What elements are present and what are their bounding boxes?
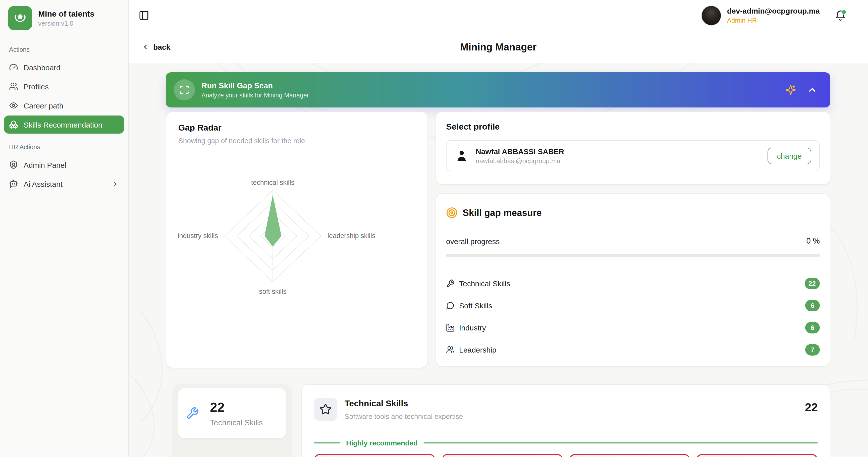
count-badge: 7 (805, 344, 820, 356)
skill-gap-measure-card: Skill gap measure overall progress 0 % (435, 193, 830, 367)
eye-icon (9, 101, 18, 110)
users-icon (9, 82, 18, 91)
summary-text: 22 Technical Skills (210, 399, 263, 427)
technical-skills-summary-card[interactable]: 22 Technical Skills (178, 388, 286, 438)
sparkles-icon (785, 85, 796, 95)
star-icon-box (314, 398, 337, 421)
measure-header: Skill gap measure (446, 207, 820, 219)
sidebar-item-career-path[interactable]: Career path (4, 96, 124, 115)
gauge-icon (9, 63, 18, 72)
back-label: back (153, 43, 170, 51)
message-circle-icon (446, 301, 455, 310)
recommended-skill-card[interactable] (696, 454, 818, 457)
target-icon (446, 207, 458, 219)
overall-progress-row: overall progress 0 % (446, 236, 820, 246)
skills-header-text: Technical Skills Software tools and tech… (345, 398, 463, 420)
sidebar: Mine of talents version v1.0 Actions Das… (0, 0, 129, 457)
select-profile-title: Select profile (446, 122, 820, 132)
sidebar-item-label: Skills Recommendation (24, 120, 102, 129)
notifications-button[interactable] (835, 10, 846, 21)
bot-message-icon (9, 179, 18, 188)
gap-radar-subtitle: Showing gap of needed skills for the rol… (178, 137, 415, 144)
shield-user-icon (9, 160, 18, 169)
laurel-star-icon (12, 10, 28, 26)
count-badge: 6 (805, 300, 820, 312)
chevron-right-icon (112, 180, 119, 188)
measure-row-leadership: Leadership 7 (446, 342, 820, 357)
sidebar-section-actions: Actions (4, 37, 124, 57)
category-summary-rail: 22 Technical Skills (172, 384, 292, 457)
sidebar-item-label: Ai Assistant (24, 179, 63, 188)
scan-icon-circle (174, 79, 195, 100)
users-icon (446, 346, 455, 354)
select-profile-card: Select profile Nawfal ABBASSI SABER nawf… (435, 111, 830, 185)
sidebar-item-label: Profiles (24, 82, 49, 91)
summary-count: 22 (210, 399, 263, 415)
sidebar-item-label: Admin Panel (24, 160, 66, 169)
svg-text:industry skills: industry skills (178, 232, 218, 239)
svg-text:technical skills: technical skills (251, 179, 294, 186)
gap-radar-title: Gap Radar (178, 123, 415, 133)
measure-title: Skill gap measure (463, 207, 542, 218)
app-window: Mine of talents version v1.0 Actions Das… (0, 0, 868, 457)
factory-icon (446, 323, 455, 332)
count-badge: 22 (804, 278, 820, 289)
page-bar: back Mining Manager (129, 31, 868, 63)
svg-text:leadership skills: leadership skills (328, 232, 375, 239)
banner-title: Run Skill Gap Scan (202, 81, 309, 90)
svg-text:soft skills: soft skills (259, 288, 286, 295)
divider-line (314, 443, 340, 444)
user-role-badge: Admin HR (727, 17, 820, 24)
divider-label: Highly recommended (346, 439, 418, 447)
banner-subtitle: Analyze your skills for Mining Manager (202, 92, 309, 99)
wrench-icon (186, 407, 199, 420)
banner-text: Run Skill Gap Scan Analyze your skills f… (202, 81, 309, 99)
measure-rows: Technical Skills 22 Soft Skills 6 (446, 276, 820, 357)
user-text: dev-admin@ocpgroup.ma Admin HR (727, 6, 820, 24)
skills-section-count: 22 (805, 401, 818, 414)
sidebar-item-admin-panel[interactable]: Admin Panel (4, 156, 124, 174)
recommended-skill-card[interactable] (441, 454, 563, 457)
measure-row-label: Soft Skills (459, 301, 492, 310)
person-icon (455, 149, 469, 163)
user-menu[interactable]: dev-admin@ocpgroup.ma Admin HR (702, 5, 820, 25)
page-title: Mining Manager (460, 41, 536, 53)
page-content: Run Skill Gap Scan Analyze your skills f… (129, 63, 868, 457)
sidebar-toggle-icon[interactable] (138, 10, 149, 21)
measure-row-label: Technical Skills (459, 279, 510, 288)
change-profile-button[interactable]: change (768, 148, 811, 164)
app-title: Mine of talents (38, 9, 94, 19)
progress-value: 0 % (806, 236, 820, 246)
skills-section-subtitle: Software tools and technical expertise (345, 412, 463, 420)
recommended-skill-card[interactable] (569, 454, 690, 457)
main-area: dev-admin@ocpgroup.ma Admin HR back Mini… (129, 0, 868, 457)
skills-section-title: Technical Skills (345, 399, 463, 409)
skill-gap-scan-banner[interactable]: Run Skill Gap Scan Analyze your skills f… (166, 72, 830, 107)
boxes-icon (9, 120, 18, 129)
technical-skills-section: Technical Skills Software tools and tech… (301, 384, 830, 457)
sidebar-item-profiles[interactable]: Profiles (4, 77, 124, 95)
progress-label: overall progress (446, 237, 500, 245)
star-icon (319, 403, 332, 415)
gap-radar-card: Gap Radar Showing gap of needed skills f… (166, 111, 428, 368)
back-button[interactable]: back (142, 43, 170, 51)
banner-actions (785, 85, 817, 95)
profile-name: Nawfal ABBASSI SABER (476, 147, 564, 156)
app-logo (8, 6, 32, 30)
app-version: version v1.0 (38, 20, 94, 27)
profile-email: nawfal.abbasi@ocpgroup.ma (476, 157, 564, 164)
recommended-skills-row (314, 454, 818, 457)
measure-row-label: Leadership (459, 346, 496, 354)
avatar (702, 5, 721, 25)
measure-row-soft: Soft Skills 6 (446, 298, 820, 313)
recommended-skill-card[interactable] (314, 454, 435, 457)
sidebar-item-skills-recommendation[interactable]: Skills Recommendation (4, 116, 124, 134)
sidebar-item-ai-assistant[interactable]: Ai Assistant (4, 175, 124, 193)
chevron-left-icon (142, 43, 149, 51)
sidebar-item-dashboard[interactable]: Dashboard (4, 58, 124, 76)
top-bar: dev-admin@ocpgroup.ma Admin HR (129, 0, 868, 31)
collapse-chevron-up-icon[interactable] (807, 85, 817, 95)
profile-text: Nawfal ABBASSI SABER nawfal.abbasi@ocpgr… (476, 147, 564, 164)
profile-row: Nawfal ABBASSI SABER nawfal.abbasi@ocpgr… (446, 140, 820, 171)
measure-row-label: Industry (459, 323, 486, 332)
